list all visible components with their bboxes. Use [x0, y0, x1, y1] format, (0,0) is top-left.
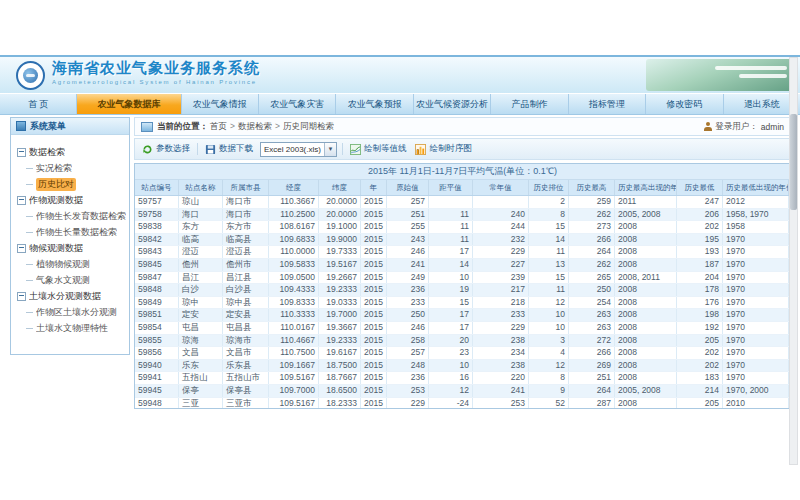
breadcrumb-item[interactable]: 历史同期检索 — [283, 121, 334, 131]
nav-tab[interactable]: 首 页 — [0, 94, 77, 114]
table-row[interactable]: 59838东方东方市108.616719.1000201525511244152… — [135, 221, 790, 234]
table-row[interactable]: 59941五指山五指山市109.516718.76672015236162208… — [135, 372, 790, 385]
table-cell: 海口 — [179, 209, 223, 221]
table-cell: 269 — [569, 360, 615, 372]
table-row[interactable]: 59758海口海口市110.250020.0000201525111240826… — [135, 209, 790, 222]
table-cell: 193 — [677, 246, 723, 258]
table-cell: 15 — [429, 297, 473, 309]
table-row[interactable]: 59757琼山海口市110.366720.0000201525722592011… — [135, 196, 790, 209]
sidebar-item[interactable]: 数据检索 — [13, 144, 127, 160]
table-cell: 258 — [387, 335, 429, 347]
table-cell: 2008 — [615, 335, 677, 347]
sidebar-item[interactable]: 作物生长量数据检索 — [13, 224, 127, 240]
table-cell: 287 — [569, 398, 615, 410]
table-cell: 272 — [569, 335, 615, 347]
login-user: 登录用户： admin — [704, 121, 784, 133]
sidebar-item[interactable]: 作物区土壤水分观测 — [13, 304, 127, 320]
table-row[interactable]: 59848白沙白沙县109.433319.2333201523619217112… — [135, 284, 790, 297]
table-cell: 10 — [429, 360, 473, 372]
table-cell: 13 — [529, 259, 569, 271]
table-cell: 263 — [569, 322, 615, 334]
nav-tab[interactable]: 农业气候资源分析 — [414, 94, 491, 114]
vertical-scrollbar[interactable] — [789, 57, 798, 465]
table-row[interactable]: 59851定安定安县110.333319.7000201525017233102… — [135, 309, 790, 322]
table-cell: 232 — [473, 234, 529, 246]
nav-tab[interactable]: 指标管理 — [569, 94, 646, 114]
table-cell: 251 — [569, 372, 615, 384]
table-cell: 1970 — [723, 234, 789, 246]
collapse-icon[interactable] — [17, 196, 26, 205]
table-cell: 2015 — [361, 246, 387, 258]
nav-tab[interactable]: 修改密码 — [646, 94, 723, 114]
nav-tab[interactable]: 农业气象情报 — [182, 94, 259, 114]
app-logo-icon — [16, 61, 45, 90]
draw-timeseries-label: 绘制时序图 — [429, 143, 472, 155]
chevron-down-icon[interactable]: ▼ — [324, 143, 336, 156]
param-select-button[interactable]: 参数选择 — [140, 142, 192, 156]
sidebar-item[interactable]: 实况检索 — [13, 160, 127, 176]
sidebar-item-label: 物候观测数据 — [29, 242, 83, 255]
table-cell: 2008 — [615, 322, 677, 334]
table-row[interactable]: 59854屯昌屯昌县110.016719.3667201524617229102… — [135, 322, 790, 335]
table-row[interactable]: 59847昌江昌江县109.050019.2667201524910239152… — [135, 272, 790, 285]
table-cell: 229 — [387, 398, 429, 410]
tree-connector — [26, 312, 33, 313]
data-download-button[interactable]: 数据下载 — [203, 142, 255, 156]
table-cell: 2008 — [615, 259, 677, 271]
table-row[interactable]: 59855琼海琼海市110.466719.2333201525820238327… — [135, 335, 790, 348]
breadcrumb-prefix: 当前的位置： — [157, 121, 208, 133]
table-cell: 2015 — [361, 272, 387, 284]
sidebar-item[interactable]: 土壤水文物理特性 — [13, 320, 127, 336]
table-cell: 1970 — [723, 372, 789, 384]
format-select[interactable]: Excel 2003(.xls) ▼ — [260, 142, 337, 157]
table-row[interactable]: 59843澄迈澄迈县110.000019.7333201524617229112… — [135, 246, 790, 259]
collapse-icon[interactable] — [17, 244, 26, 253]
table-cell: 2015 — [361, 297, 387, 309]
table-cell: 109.6833 — [269, 234, 319, 246]
sidebar-item[interactable]: 历史比对 — [13, 176, 127, 192]
sidebar-item[interactable]: 作物观测数据 — [13, 192, 127, 208]
breadcrumb-item[interactable]: 数据检索 — [238, 121, 272, 131]
toolbar-divider — [342, 143, 343, 155]
nav-tab[interactable]: 农业气象数据库 — [77, 94, 181, 114]
table-cell: 109.4333 — [269, 284, 319, 296]
table-row[interactable]: 59849琼中琼中县109.833319.0333201523315218122… — [135, 297, 790, 310]
nav-tab[interactable]: 农业气象预报 — [336, 94, 413, 114]
table-cell: 2008 — [615, 398, 677, 410]
collapse-icon[interactable] — [17, 148, 26, 157]
nav-tab[interactable]: 农业气象灾害 — [259, 94, 336, 114]
collapse-icon[interactable] — [17, 292, 26, 301]
table-cell: 220 — [473, 372, 529, 384]
breadcrumb-item[interactable]: 首页 — [210, 121, 227, 131]
table-row[interactable]: 59845儋州儋州市109.583319.5167201524114227132… — [135, 259, 790, 272]
sidebar-item[interactable]: 气象水文观测 — [13, 272, 127, 288]
breadcrumb-separator: > — [275, 121, 280, 131]
table-row[interactable]: 59856文昌文昌市110.750019.6167201525723234426… — [135, 347, 790, 360]
table-cell: 264 — [569, 246, 615, 258]
table-row[interactable]: 59940乐东乐东县109.166718.7500201524810238122… — [135, 360, 790, 373]
table-row[interactable]: 59948三亚三亚市109.516718.23332015229-2425352… — [135, 398, 790, 410]
sidebar-item[interactable]: 植物物候观测 — [13, 256, 127, 272]
table-cell: 2015 — [361, 196, 387, 208]
table-cell: 屯昌 — [179, 322, 223, 334]
table-cell: 18.6500 — [319, 385, 361, 397]
table-row[interactable]: 59842临高临高县109.683319.9000201524311232142… — [135, 234, 790, 247]
draw-contour-label: 绘制等值线 — [364, 143, 407, 155]
sidebar-item-label: 作物生长量数据检索 — [36, 226, 117, 239]
sidebar-item[interactable]: 物候观测数据 — [13, 240, 127, 256]
table-cell: 59854 — [135, 322, 179, 334]
nav-tab[interactable]: 产品制作 — [491, 94, 568, 114]
draw-contour-button[interactable]: 绘制等值线 — [348, 142, 409, 156]
table-cell: 266 — [569, 234, 615, 246]
sidebar-item[interactable]: 土壤水分观测数据 — [13, 288, 127, 304]
scrollbar-thumb[interactable] — [790, 114, 797, 210]
table-cell: 1970 — [723, 309, 789, 321]
sidebar-item[interactable]: 作物生长发育数据检索 — [13, 208, 127, 224]
table-cell: 11 — [529, 246, 569, 258]
table-cell: 文昌 — [179, 347, 223, 359]
table-row[interactable]: 59945保亭保亭县109.700018.6500201525312241926… — [135, 385, 790, 398]
table-cell: 218 — [473, 297, 529, 309]
table-cell: 9 — [529, 385, 569, 397]
table-cell: 59849 — [135, 297, 179, 309]
draw-timeseries-button[interactable]: 绘制时序图 — [413, 142, 474, 156]
